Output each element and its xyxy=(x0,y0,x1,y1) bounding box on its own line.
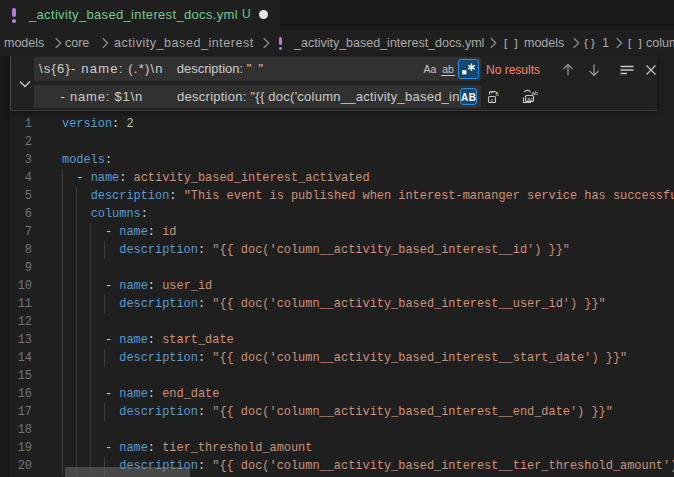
svg-text:ac: ac xyxy=(527,96,533,102)
svg-text:b: b xyxy=(496,91,500,97)
svg-text:c: c xyxy=(491,97,494,103)
